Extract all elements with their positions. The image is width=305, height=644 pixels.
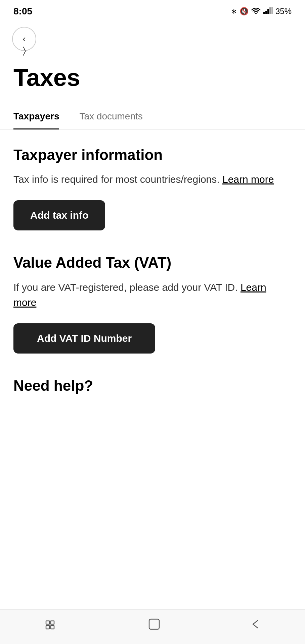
content-area: Taxpayer information Tax info is require… xyxy=(0,129,305,607)
signal-icon xyxy=(263,7,273,16)
svg-rect-2 xyxy=(267,9,269,14)
svg-rect-0 xyxy=(263,12,265,14)
vat-description: If you are VAT-registered, please add yo… xyxy=(13,280,292,310)
tab-tax-documents[interactable]: Tax documents xyxy=(79,104,142,129)
svg-rect-9 xyxy=(149,619,159,629)
svg-rect-1 xyxy=(265,11,267,14)
svg-rect-8 xyxy=(51,626,54,629)
back-button-container: ‹ 〉 xyxy=(0,20,305,54)
nav-home-icon[interactable] xyxy=(148,618,161,633)
mute-icon: 🔇 xyxy=(239,7,249,16)
taxpayer-info-description: Tax info is required for most countries/… xyxy=(13,172,292,187)
svg-rect-4 xyxy=(271,7,273,14)
nav-menu-icon[interactable] xyxy=(45,619,58,632)
cursor-icon: 〉 xyxy=(23,45,26,56)
add-vat-button[interactable]: Add VAT ID Number xyxy=(13,323,155,354)
tab-taxpayers[interactable]: Taxpayers xyxy=(13,104,59,129)
tabs-container: Taxpayers Tax documents xyxy=(0,104,305,129)
bluetooth-icon: ∗ xyxy=(231,7,237,16)
taxpayer-learn-more-link[interactable]: Learn more xyxy=(222,174,274,185)
svg-rect-6 xyxy=(51,621,54,624)
wifi-icon xyxy=(251,7,261,16)
need-help-title: Need help? xyxy=(13,377,292,395)
battery-indicator: 35% xyxy=(275,7,292,16)
need-help-section: Need help? xyxy=(13,377,292,395)
status-icons: ∗ 🔇 35% xyxy=(231,7,292,16)
nav-back-icon[interactable] xyxy=(250,618,260,633)
vat-title: Value Added Tax (VAT) xyxy=(13,254,292,272)
svg-rect-7 xyxy=(46,626,49,629)
svg-rect-5 xyxy=(46,621,49,624)
back-arrow-icon: ‹ xyxy=(23,34,26,44)
page-title: Taxes xyxy=(0,54,305,98)
svg-rect-3 xyxy=(269,7,271,14)
bottom-navigation xyxy=(0,609,305,644)
taxpayer-info-title: Taxpayer information xyxy=(13,146,292,164)
add-tax-info-button[interactable]: Add tax info xyxy=(13,200,105,230)
back-button[interactable]: ‹ 〉 xyxy=(12,27,36,51)
status-time: 8:05 xyxy=(13,6,32,17)
vat-section: Value Added Tax (VAT) If you are VAT-reg… xyxy=(13,254,292,354)
taxpayer-info-section: Taxpayer information Tax info is require… xyxy=(13,146,292,231)
status-bar: 8:05 ∗ 🔇 35% xyxy=(0,0,305,20)
